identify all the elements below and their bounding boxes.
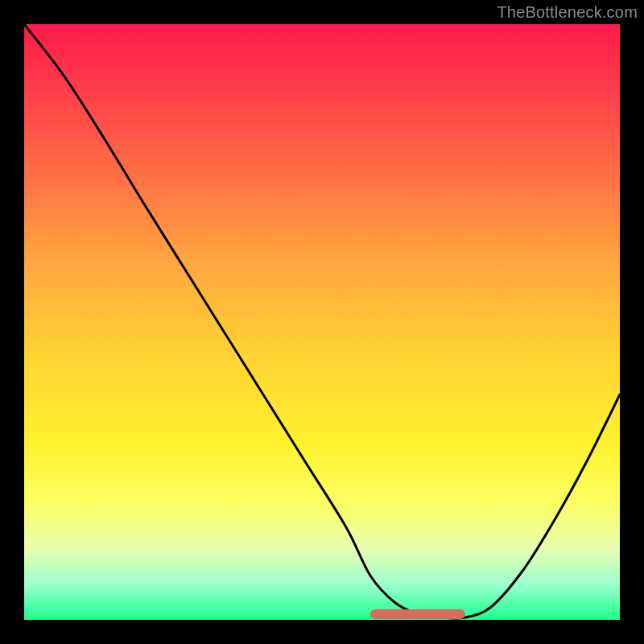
watermark-text: TheBottleneck.com: [497, 3, 638, 22]
chart-plot-area: [24, 24, 620, 620]
chart-frame: TheBottleneck.com: [0, 0, 644, 644]
optimal-range-marker: [370, 609, 465, 619]
bottleneck-curve: [24, 24, 620, 620]
